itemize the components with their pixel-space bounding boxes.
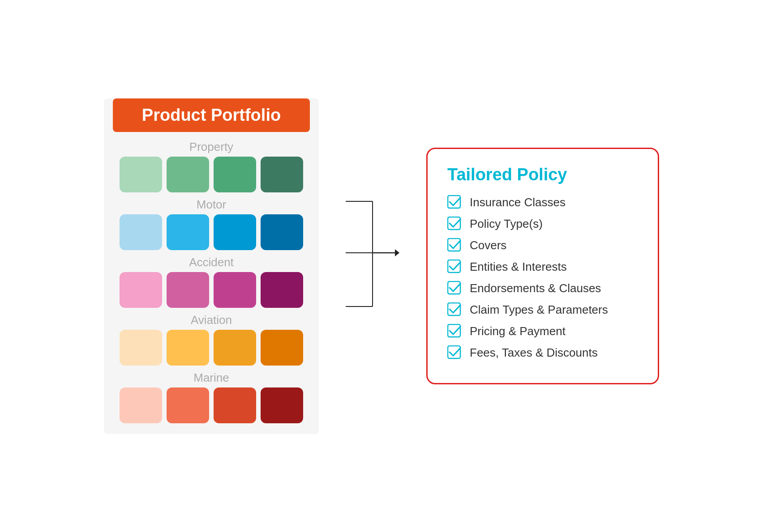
accident-swatch-2 [167, 272, 209, 308]
property-swatch-2 [167, 157, 209, 192]
property-swatch-1 [120, 157, 162, 192]
motor-swatch-4 [261, 214, 303, 250]
tailored-title: Tailored Policy [447, 165, 638, 184]
checklist-text-7: Fees, Taxes & Discounts [470, 346, 598, 360]
checklist-text-5: Claim Types & Parameters [470, 303, 608, 317]
check-icon-7 [447, 345, 463, 360]
aviation-swatch-1 [120, 330, 162, 366]
checklist-item-1: Policy Type(s) [447, 217, 638, 231]
property-swatch-3 [214, 157, 256, 192]
aviation-row [120, 330, 303, 366]
portfolio-panel: Product Portfolio Property Motor Acciden… [104, 98, 319, 434]
category-label-property: Property [189, 140, 233, 154]
accident-swatch-4 [261, 272, 303, 308]
checklist-text-1: Policy Type(s) [470, 217, 543, 231]
check-icon-2 [447, 238, 463, 252]
accident-swatch-1 [120, 272, 162, 308]
checklist-item-3: Entities & Interests [447, 260, 638, 274]
main-container: Product Portfolio Property Motor Acciden… [68, 98, 695, 434]
category-label-accident: Accident [189, 255, 234, 269]
motor-swatch-2 [167, 214, 209, 250]
checklist-text-4: Endorsements & Clauses [470, 281, 601, 295]
svg-marker-5 [395, 249, 399, 256]
tailored-box: Tailored Policy Insurance Classes Policy… [426, 148, 659, 384]
accident-swatch-3 [214, 272, 256, 308]
aviation-swatch-4 [261, 330, 303, 366]
checklist-text-6: Pricing & Payment [470, 324, 566, 338]
checklist-item-4: Endorsements & Clauses [447, 281, 638, 295]
checklist-text-0: Insurance Classes [470, 196, 566, 209]
marine-swatch-1 [120, 387, 162, 423]
checklist-item-0: Insurance Classes [447, 195, 638, 209]
category-label-marine: Marine [193, 371, 229, 385]
connector-svg [346, 132, 399, 400]
marine-row [120, 387, 303, 423]
checklist-item-2: Covers [447, 238, 638, 252]
motor-swatch-1 [120, 214, 162, 250]
connector-area [346, 132, 399, 400]
property-row [120, 157, 303, 192]
property-swatch-4 [261, 157, 303, 192]
checklist-item-7: Fees, Taxes & Discounts [447, 345, 638, 360]
marine-swatch-2 [167, 387, 209, 423]
checklist-text-2: Covers [470, 238, 506, 252]
marine-swatch-3 [214, 387, 256, 423]
motor-swatch-3 [214, 214, 256, 250]
marine-swatch-4 [261, 387, 303, 423]
portfolio-title: Product Portfolio [113, 98, 310, 132]
motor-row [120, 214, 303, 250]
checklist-text-3: Entities & Interests [470, 260, 567, 274]
category-label-aviation: Aviation [191, 313, 232, 327]
check-icon-6 [447, 324, 463, 338]
check-icon-3 [447, 260, 463, 274]
check-icon-0 [447, 195, 463, 209]
checklist-item-5: Claim Types & Parameters [447, 302, 638, 317]
check-icon-4 [447, 281, 463, 295]
aviation-swatch-3 [214, 330, 256, 366]
check-icon-1 [447, 217, 463, 231]
accident-row [120, 272, 303, 308]
category-label-motor: Motor [197, 198, 226, 212]
check-icon-5 [447, 302, 463, 317]
aviation-swatch-2 [167, 330, 209, 366]
checklist-item-6: Pricing & Payment [447, 324, 638, 338]
